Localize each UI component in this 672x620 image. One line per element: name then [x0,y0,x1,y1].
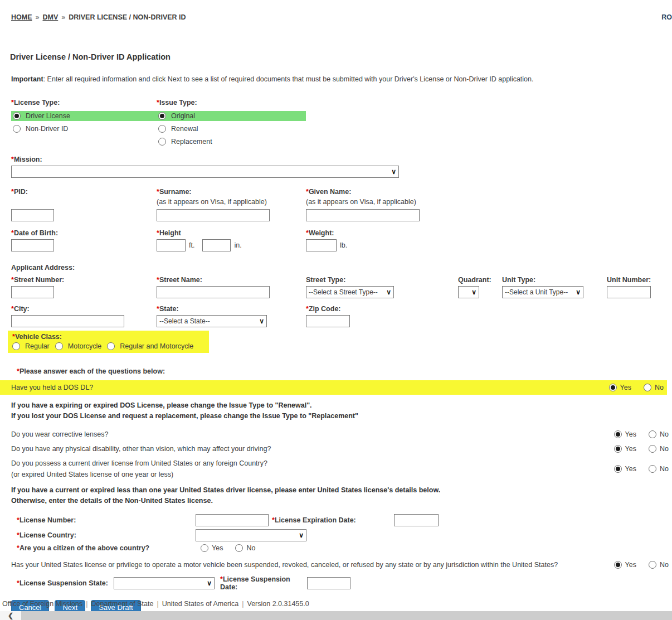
radio-label: No [660,445,669,453]
issue-type-label: *Issue Type: [157,99,306,106]
radio-label: Motorcycle [68,342,101,350]
renewal-note-line1: If you have a expiring or expired DOS Li… [0,400,672,411]
license-country-select[interactable]: ∨ [196,529,306,541]
radio-button-icon[interactable] [13,125,21,133]
vehicle-class-label: *Vehicle Class: [12,333,206,341]
radio-citizen-no[interactable] [235,544,243,552]
weight-unit: lb. [340,241,347,249]
vehicle-class-section: *Vehicle Class: Regular Motorcycle Regul… [8,331,209,353]
street-number-input[interactable] [11,286,54,298]
username: ROB [661,13,672,21]
radio-button-icon[interactable] [107,342,115,350]
height-label: *Height [157,229,306,237]
scroll-left-arrow-icon[interactable]: ❮ [0,611,21,620]
quadrant-label: Quadrant: [458,276,502,284]
radio-q4-yes[interactable] [614,465,622,473]
radio-non-driver-id[interactable]: Non-Driver ID [11,124,157,134]
weight-label: *Weight: [306,229,458,237]
radio-label: Yes [620,384,631,391]
footer-org: Office of Foreign Missions [2,600,82,608]
height-ft-input[interactable] [157,239,186,251]
chevron-down-icon: ∨ [299,531,304,539]
license-country-label: *License Country: [17,531,196,539]
radio-issue-replacement[interactable]: Replacement [157,137,306,147]
breadcrumb-home-link[interactable]: HOME [11,13,32,21]
height-in-input[interactable] [202,239,231,251]
questions-header: *Please answer each of the questions bel… [17,367,672,375]
radio-q3-no[interactable] [649,445,656,453]
license-number-input[interactable] [196,514,269,526]
us-license-note-line1: If you have a current or expired less th… [0,485,672,496]
city-label: *City: [11,305,157,313]
radio-label: Yes [625,465,636,473]
height-in-unit: in. [234,241,241,249]
breadcrumb-separator: » [36,13,40,21]
radio-label: Replacement [171,138,212,146]
radio-vehicle-regular[interactable]: Regular [12,342,50,350]
radio-button-icon[interactable] [158,112,166,120]
state-select[interactable]: --Select a State-- ∨ [157,315,267,327]
unit-type-select[interactable]: --Select a Unit Type-- ∨ [502,286,583,298]
license-expiration-input[interactable] [394,514,439,526]
radio-q1-yes[interactable] [609,384,617,391]
radio-button-icon[interactable] [158,125,166,133]
radio-button-icon[interactable] [158,138,166,146]
weight-input[interactable] [306,239,337,251]
pid-input[interactable] [11,209,54,221]
surname-input[interactable] [157,209,270,221]
radio-driver-license[interactable]: Driver License [11,111,157,121]
surname-note: (as it appears on Visa, if applicable) [157,198,306,206]
radio-q1-no[interactable] [644,384,651,391]
city-input[interactable] [11,315,124,327]
given-name-note: (as it appears on Visa, if applicable) [306,198,458,206]
zip-input[interactable] [306,315,350,327]
chevron-down-icon: ∨ [576,288,581,296]
mission-label: *Mission: [11,156,42,163]
radio-q5-yes[interactable] [614,561,622,569]
chevron-down-icon: ∨ [386,288,391,296]
radio-label: Regular and Motorcycle [120,342,193,350]
suspension-state-select[interactable]: ∨ [114,577,215,589]
state-label: *State: [157,305,306,313]
footer-country: United States of America [162,600,239,608]
radio-q2-no[interactable] [649,430,656,438]
quadrant-select[interactable]: ∨ [458,286,479,298]
question-text: Has your United States license or privil… [11,561,558,569]
radio-label: Yes [212,544,223,552]
unit-number-label: Unit Number: [607,276,672,284]
footer: Office of Foreign Missions|Department of… [2,600,309,608]
radio-issue-original[interactable]: Original [157,111,306,121]
radio-q5-no[interactable] [649,561,656,569]
radio-issue-renewal[interactable]: Renewal [157,124,306,134]
radio-q2-yes[interactable] [614,430,622,438]
radio-q4-no[interactable] [649,465,656,473]
radio-label: No [660,430,669,438]
street-type-select[interactable]: --Select a Street Type-- ∨ [306,286,394,298]
unit-number-input[interactable] [607,286,651,298]
mission-select[interactable]: ∨ [11,166,399,178]
question-text: Do you possess a current driver license … [11,459,267,478]
radio-citizen-yes[interactable] [201,544,208,552]
question-text: Do you have any physical disability, oth… [11,445,271,453]
radio-button-icon[interactable] [55,342,63,350]
radio-label: Regular [25,342,50,350]
suspension-date-input[interactable] [307,577,350,589]
zip-label: *Zip Code: [306,305,458,313]
street-name-input[interactable] [157,286,270,298]
radio-label: Non-Driver ID [26,125,68,133]
radio-vehicle-regular-and-motorcycle[interactable]: Regular and Motorcycle [107,342,193,350]
radio-button-icon[interactable] [12,342,20,350]
question-corrective-lenses: Do you wear corrective lenses? Yes No [0,430,672,438]
breadcrumb-dmv-link[interactable]: DMV [42,13,58,21]
street-name-label: *Street Name: [157,276,306,284]
radio-q3-yes[interactable] [614,445,622,453]
breadcrumb: HOME»DMV»DRIVER LICENSE / NON-DRIVER ID [0,0,672,21]
question-text: Have you held a DOS DL? [11,384,93,391]
radio-vehicle-motorcycle[interactable]: Motorcycle [55,342,101,350]
horizontal-scrollbar[interactable]: ❮ [0,611,672,620]
radio-button-icon[interactable] [13,112,21,120]
radio-label: No [660,561,669,569]
breadcrumb-separator: » [61,13,65,21]
dob-input[interactable] [11,239,54,251]
given-name-input[interactable] [306,209,420,221]
